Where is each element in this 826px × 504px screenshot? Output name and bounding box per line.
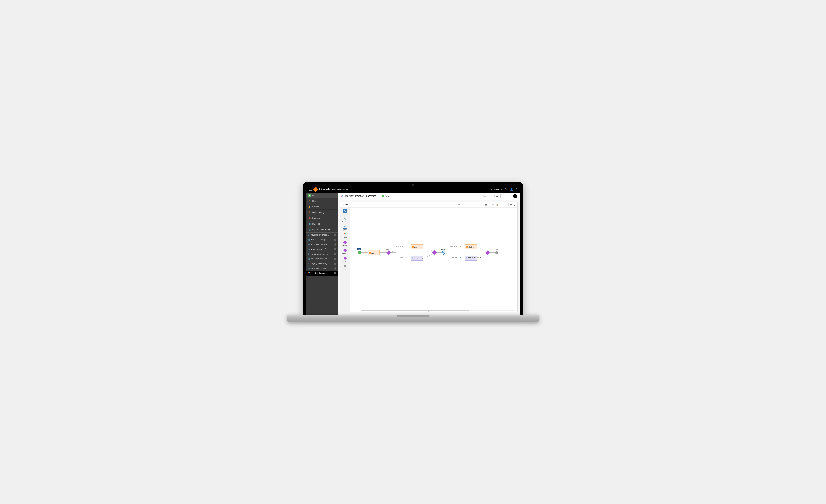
- palette-jump[interactable]: ↗Jump: [340, 256, 350, 262]
- save-button[interactable]: Save: [480, 194, 490, 198]
- chevron-down-icon: ▾: [347, 189, 348, 190]
- delete-icon[interactable]: 🗑: [485, 203, 487, 206]
- palette-file-wait[interactable]: 📡File Wa…: [340, 216, 350, 223]
- close-icon[interactable]: ×: [334, 263, 336, 265]
- flag-icon: ⚑: [412, 257, 413, 259]
- go-to-start-icon[interactable]: |←: [479, 203, 481, 206]
- close-icon[interactable]: ×: [334, 239, 336, 241]
- file-wait-icon: 📡: [343, 216, 347, 221]
- hamburger-menu-icon[interactable]: [309, 188, 312, 191]
- close-icon[interactable]: ×: [334, 244, 336, 246]
- flow-decision-2[interactable]: Decision 2: [441, 251, 445, 254]
- run-button[interactable]: Run: [491, 194, 500, 198]
- palette-end[interactable]: End: [340, 264, 350, 270]
- more-menu-icon[interactable]: ⋮: [508, 194, 512, 198]
- worksheet-icon: ▤: [308, 258, 310, 260]
- mapping-icon: ⊡: [308, 234, 310, 236]
- close-icon[interactable]: ×: [334, 267, 336, 269]
- close-icon[interactable]: ×: [334, 253, 336, 255]
- shape-palette: >_Comm… 📡File Wa… ▸▸Ingesti… Subtas… Dec…: [340, 208, 350, 312]
- svg-point-8: [345, 235, 346, 236]
- undo-icon[interactable]: ↶: [501, 203, 504, 206]
- panel-resize-handle[interactable]: •••: [425, 311, 432, 312]
- copy-icon[interactable]: ⧉: [492, 203, 494, 206]
- user-icon[interactable]: 👤: [510, 188, 513, 191]
- org-selector[interactable]: Informatica ▾: [489, 188, 501, 190]
- flow-decision-1[interactable]: Decision 1: [387, 251, 391, 254]
- nav-my-jobs[interactable]: ▤My Jobs: [306, 221, 338, 227]
- flow-merge-1[interactable]: [433, 251, 436, 254]
- canvas-scrollbar-h[interactable]: [361, 310, 516, 311]
- decision-diamond-icon: [441, 250, 446, 255]
- palette-parallel[interactable]: +Parallel…: [340, 248, 350, 254]
- flag-icon[interactable]: ⚑: [505, 188, 507, 191]
- left-sidebar: + New… ⌂Home ▮Explore ⋔Data Catalog ▣Bun…: [306, 193, 338, 315]
- flow-task-aggregate-view[interactable]: Aggregate View on DW: [465, 244, 477, 249]
- mapping-icon: ⊡: [308, 253, 310, 255]
- flow-merge-2[interactable]: [486, 251, 489, 254]
- help-icon[interactable]: ?: [516, 188, 518, 191]
- palette-subtaskflow[interactable]: Subtas…: [340, 233, 350, 239]
- close-icon[interactable]: ×: [334, 248, 336, 250]
- flow-alert-failure-2[interactable]: ⚑ ALERT_INCASE_FAILURE 1: [465, 256, 477, 260]
- decision-2-label: Decision 2: [440, 249, 446, 250]
- tab-mct-snowflake-ad[interactable]: ▤mct_Snowflake_Ad…×: [306, 256, 338, 261]
- flow-end-node[interactable]: End: [495, 251, 498, 254]
- validate-icon[interactable]: ✓: [502, 194, 506, 198]
- brand-name: Informatica: [319, 188, 331, 191]
- check-icon: ✓: [381, 195, 384, 197]
- worksheet-icon: ▤: [308, 239, 310, 241]
- close-icon[interactable]: ×: [334, 234, 336, 236]
- nav-import-export-logs[interactable]: ▤My Import/Export Logs: [306, 227, 338, 233]
- zoom-in-icon[interactable]: ⊕: [510, 203, 512, 206]
- tab-serverless-mapping[interactable]: ▤Serverless_Mappin…×: [306, 237, 338, 242]
- task-icon: [466, 246, 468, 248]
- tab-azure-mapping[interactable]: ▤Azure_Mapping_P…×: [306, 247, 338, 252]
- palette-command[interactable]: >_Comm…: [340, 209, 350, 215]
- app-topbar: Informatica Data Integration▾ Informatic…: [306, 186, 520, 193]
- tab-m-s3-snowflake[interactable]: ⊡m_S3_Snowflake_…×: [306, 252, 338, 256]
- flow-start-node[interactable]: Start: [358, 251, 361, 254]
- nav-home[interactable]: ⌂Home: [306, 198, 338, 204]
- flow-task-data-processing[interactable]: Data_processin g_DL: [368, 250, 379, 255]
- flow-task-move-dl-dw[interactable]: Move From DL to DW: [411, 244, 423, 249]
- svg-point-3: [341, 195, 341, 196]
- palette-ingestion[interactable]: ▸▸Ingesti…: [340, 225, 350, 231]
- cut-icon[interactable]: ✂: [489, 203, 491, 206]
- redo-icon[interactable]: ↷: [505, 203, 507, 206]
- nav-data-catalog[interactable]: ⋔Data Catalog: [306, 210, 338, 215]
- tab-aws-mapping[interactable]: ▤AWS_Mapping_Pu…×: [306, 242, 338, 247]
- worksheet-icon: ▤: [308, 244, 310, 246]
- find-input[interactable]: [455, 203, 475, 206]
- close-icon[interactable]: ×: [334, 258, 336, 260]
- logs-icon: ▤: [308, 228, 311, 231]
- nav-bundles[interactable]: ▣Bundles: [306, 215, 338, 221]
- tab-taskflow-inventory[interactable]: Taskflow_Inventrot…×: [306, 271, 338, 275]
- close-icon[interactable]: ×: [334, 272, 336, 274]
- product-selector[interactable]: Data Integration▾: [332, 188, 348, 190]
- paste-icon[interactable]: 📋: [495, 203, 498, 206]
- taskflow-title: Taskflow_Inventroty_processing: [345, 195, 376, 197]
- chevron-down-icon: ▾: [501, 189, 502, 190]
- flow-alert-failure-1[interactable]: ⚑ ALERT_INCASE_FAILURE: [411, 256, 423, 260]
- informatica-logo-icon: [313, 187, 318, 192]
- tab-m-po-snowflake[interactable]: ⊡m_PO_Snowflake_…×: [306, 261, 338, 266]
- end-icon: [343, 264, 347, 268]
- plus-icon: +: [308, 194, 311, 197]
- svg-point-7: [345, 233, 346, 234]
- close-designer-icon[interactable]: ✕: [513, 194, 517, 198]
- home-icon: ⌂: [308, 200, 311, 202]
- decision-diamond-icon: [432, 250, 436, 255]
- worksheet-icon: ▤: [308, 248, 310, 250]
- tab-mapping-purchase[interactable]: ⊡Mapping_Purchase…×: [306, 233, 338, 237]
- tab-mct-po-snowflake[interactable]: ▤MCT_PO_Snowflak…×: [306, 266, 338, 271]
- task-icon: [412, 246, 414, 248]
- modified-indicator-icon: [306, 254, 307, 254]
- zoom-out-icon[interactable]: ⊖: [514, 203, 516, 206]
- flow-canvas[interactable]: Start ➜ Data_processin g_DL Decision 1: [350, 208, 517, 312]
- palette-decision[interactable]: Decision: [340, 240, 350, 246]
- new-button[interactable]: + New…: [306, 193, 338, 198]
- nav-explore[interactable]: ▮Explore: [306, 204, 338, 210]
- jobs-icon: ▤: [308, 223, 311, 225]
- canvas-toolbar: Design |← 🗑 ✂ ⧉ 📋 ↶ ↷ ⊕ ⊖: [340, 202, 517, 208]
